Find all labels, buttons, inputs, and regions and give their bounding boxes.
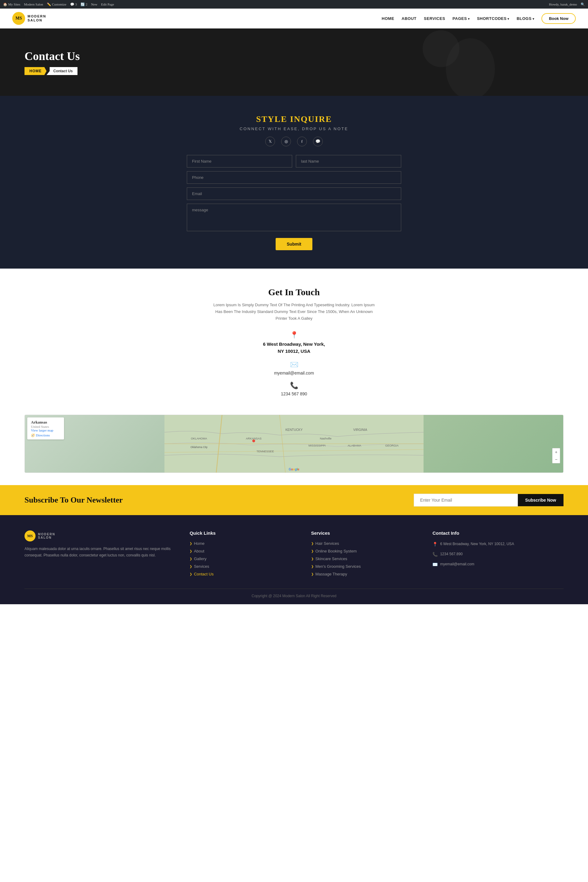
- twitter-icon[interactable]: 𝕏: [265, 136, 275, 146]
- admin-modern-salon[interactable]: Modern Salon: [24, 3, 43, 6]
- zoom-out-button[interactable]: −: [552, 456, 560, 463]
- svg-text:MISSISSIPPI: MISSISSIPPI: [308, 444, 326, 447]
- newsletter-form: Subscribe Now: [414, 494, 564, 507]
- contact-form: Submit: [187, 155, 401, 250]
- social-icons-row: 𝕏 ◎ f 💬: [187, 136, 401, 146]
- logo[interactable]: MS MODERN SALON: [12, 12, 46, 25]
- svg-text:OKLAHOMA: OKLAHOMA: [191, 437, 207, 440]
- nav-about[interactable]: ABOUT: [402, 16, 417, 21]
- newsletter-email-input[interactable]: [414, 494, 518, 507]
- get-in-touch-section: Get In Touch Lorem Ipsum Is Simply Dummy…: [0, 268, 588, 415]
- phone-item: 📞 1234 567 890: [6, 382, 582, 396]
- svg-point-14: [252, 440, 255, 442]
- email-text: myemail@email.com: [6, 370, 582, 375]
- svg-text:Oklahoma City: Oklahoma City: [190, 446, 208, 448]
- nav-blogs[interactable]: BLOGS: [517, 16, 534, 21]
- google-logo: Google: [289, 468, 299, 471]
- nav-pages[interactable]: PAGES: [453, 16, 470, 21]
- admin-updates[interactable]: 🔄 2: [81, 3, 87, 6]
- map-zoom-controls: + −: [552, 448, 560, 464]
- svg-text:VIRGINIA: VIRGINIA: [353, 428, 367, 432]
- admin-customize[interactable]: ✏️ Customize: [47, 3, 66, 6]
- map-section: KENTUCKY VIRGINIA OKLAHOMA ARKANSAS MISS…: [0, 415, 588, 485]
- email-item: ✉️ myemail@email.com: [6, 361, 582, 375]
- footer-link-contact[interactable]: Contact Us: [190, 572, 299, 576]
- breadcrumb: HOME Contact Us: [24, 67, 80, 75]
- address-item: 📍 6 West Broadway, New York,NY 10012, US…: [6, 331, 582, 355]
- footer-brand-col: MS MODERN SALON Aliquam malesuada dolor …: [24, 530, 177, 579]
- newsletter-section: Subscribe To Our Newsletter Subscribe No…: [0, 485, 588, 515]
- footer-contact-col: Contact Info 📍 6 West Broadway, New York…: [432, 530, 564, 579]
- footer-service-booking[interactable]: Online Booking System: [311, 549, 420, 554]
- name-row: [187, 155, 401, 168]
- footer-service-massage[interactable]: Massage Therapy: [311, 572, 420, 576]
- first-name-input[interactable]: [187, 155, 292, 168]
- footer-email-text: myemail@email.com: [440, 561, 474, 567]
- book-now-button[interactable]: Book Now: [542, 13, 576, 24]
- address-text: 6 West Broadway, New York,NY 10012, USA: [6, 341, 582, 355]
- footer-phone-icon: 📞: [432, 552, 438, 557]
- breadcrumb-home[interactable]: HOME: [24, 67, 46, 75]
- zoom-in-button[interactable]: +: [552, 448, 560, 456]
- map-country-name: United States: [31, 425, 60, 429]
- footer-link-services[interactable]: Services: [190, 564, 299, 569]
- breadcrumb-current: Contact Us: [46, 67, 78, 75]
- nav-shortcodes[interactable]: SHORTCODES: [477, 16, 509, 21]
- hero-section: Contact Us HOME Contact Us: [0, 28, 588, 96]
- footer-link-home[interactable]: Home: [190, 541, 299, 546]
- nav-services[interactable]: SERVICES: [424, 16, 445, 21]
- footer-contact-email-item: ✉️ myemail@email.com: [432, 561, 564, 567]
- phone-input[interactable]: [187, 171, 401, 184]
- footer-contact-title: Contact Info: [432, 530, 564, 536]
- nav-home[interactable]: HOME: [382, 16, 394, 21]
- admin-bar-left: 🏠 My Sites Modern Salon ✏️ Customize 💬 3…: [3, 3, 114, 6]
- hero-content: Contact Us HOME Contact Us: [24, 49, 80, 75]
- footer-logo[interactable]: MS MODERN SALON: [24, 530, 177, 542]
- admin-edit-page[interactable]: Edit Page: [101, 3, 114, 6]
- footer-service-hair[interactable]: Hair Services: [311, 541, 420, 546]
- whatsapp-icon[interactable]: 💬: [313, 136, 323, 146]
- footer-link-about[interactable]: About: [190, 549, 299, 554]
- form-section-title: STYLE INQUIRE: [187, 114, 401, 124]
- map-info-overlay: Arkansas United States View larger map 🧭…: [27, 417, 64, 440]
- logo-icon: MS: [12, 12, 25, 25]
- admin-new[interactable]: New: [91, 3, 98, 6]
- admin-comments[interactable]: 💬 3: [70, 3, 77, 6]
- footer-copyright: Copyright @ 2024 Modern Salon All Right …: [24, 589, 564, 598]
- footer-logo-icon: MS: [24, 530, 36, 542]
- directions-link[interactable]: Directions: [36, 434, 50, 437]
- footer-address-text: 6 West Broadway, New York, NY 10012, USA: [440, 541, 514, 547]
- main-nav: HOME ABOUT SERVICES PAGES SHORTCODES BLO…: [382, 13, 576, 24]
- footer-grid: MS MODERN SALON Aliquam malesuada dolor …: [24, 530, 564, 579]
- admin-bar-right: Howdy, luzuk_demo 🔍: [549, 3, 585, 6]
- admin-search-icon[interactable]: 🔍: [580, 3, 585, 6]
- submit-button[interactable]: Submit: [276, 238, 312, 250]
- footer-service-grooming[interactable]: Men's Grooming Services: [311, 564, 420, 569]
- footer-contact-phone-item: 📞 1234 567.890: [432, 551, 564, 557]
- facebook-icon[interactable]: f: [297, 136, 307, 146]
- subscribe-button[interactable]: Subscribe Now: [518, 494, 564, 506]
- logo-text: MODERN SALON: [28, 14, 46, 22]
- newsletter-title: Subscribe To Our Newsletter: [24, 495, 123, 505]
- admin-my-sites[interactable]: 🏠 My Sites: [3, 3, 20, 6]
- svg-text:TENNESSEE: TENNESSEE: [256, 450, 274, 453]
- footer-link-gallery[interactable]: Gallery: [190, 556, 299, 561]
- phone-icon: 📞: [6, 382, 582, 390]
- map-container[interactable]: KENTUCKY VIRGINIA OKLAHOMA ARKANSAS MISS…: [24, 415, 564, 473]
- git-description: Lorem Ipsum Is Simply Dummy Text Of The …: [210, 302, 378, 322]
- map-visual: KENTUCKY VIRGINIA OKLAHOMA ARKANSAS MISS…: [25, 415, 563, 472]
- footer-service-skincare[interactable]: Skincare Services: [311, 556, 420, 561]
- site-header: MS MODERN SALON HOME ABOUT SERVICES PAGE…: [0, 9, 588, 28]
- instagram-icon[interactable]: ◎: [281, 136, 291, 146]
- footer-phone-text: 1234 567.890: [440, 551, 462, 557]
- view-larger-map-link[interactable]: View larger map: [31, 429, 53, 432]
- hero-title: Contact Us: [24, 49, 80, 63]
- email-input[interactable]: [187, 188, 401, 200]
- footer-description: Aliquam malesuada dolor at urna iaculis …: [24, 546, 177, 558]
- last-name-input[interactable]: [296, 155, 401, 168]
- directions-icon: 🧭: [31, 434, 34, 437]
- location-icon: 📍: [6, 331, 582, 339]
- message-input[interactable]: [187, 204, 401, 231]
- footer-contact-address-item: 📍 6 West Broadway, New York, NY 10012, U…: [432, 541, 564, 547]
- map-state-name: Arkansas: [31, 420, 60, 425]
